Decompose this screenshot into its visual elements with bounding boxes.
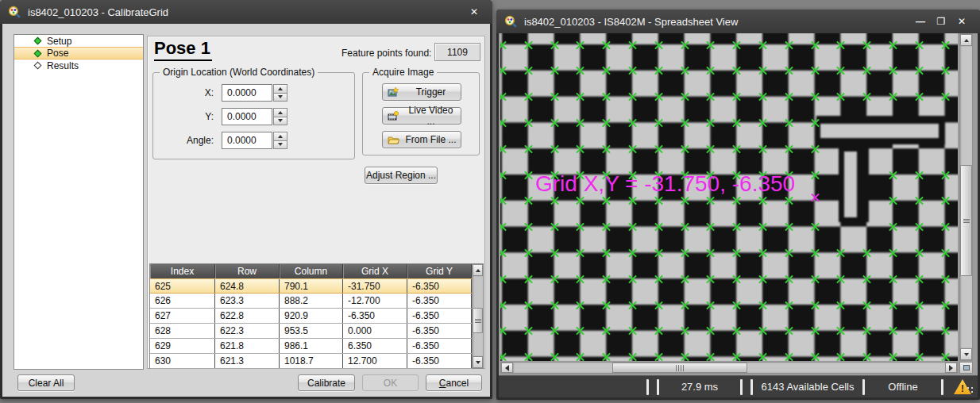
close-icon[interactable]: ✕ [951, 13, 972, 29]
selected-grid-point-marker [810, 192, 820, 202]
feature-points-value: 1109 [434, 43, 480, 61]
table-row[interactable]: 626623.3888.2-12.700-6.350 [150, 294, 472, 309]
trigger-button[interactable]: Trigger [382, 83, 461, 101]
grid-corner-marker [680, 248, 690, 258]
resize-grip[interactable] [966, 386, 976, 396]
image-horizontal-scrollbar[interactable] [500, 362, 958, 374]
grid-corner-marker [627, 222, 638, 232]
grid-corner-marker [500, 40, 507, 50]
column-header[interactable]: Grid Y [407, 264, 472, 278]
column-header[interactable]: Grid X [343, 264, 407, 278]
grid-corner-marker [627, 196, 638, 206]
x-spin-down-button[interactable] [273, 93, 287, 102]
table-cell: 12.700 [343, 354, 407, 368]
screen: is8402_010203 - CalibrateGrid ✕ Setup Po… [0, 0, 980, 403]
cancel-button[interactable]: Cancel [426, 374, 482, 391]
grid-corner-marker [810, 40, 820, 50]
grid-corner-marker [654, 196, 664, 206]
table-cell: 622.8 [215, 309, 280, 323]
live-video-button[interactable]: Live Video ... [382, 107, 461, 125]
spreadsheet-titlebar[interactable]: is8402_010203 - IS8402M - Spreadsheet Vi… [496, 10, 980, 33]
grid-corner-marker [784, 40, 794, 50]
acquire-image-group: Acquire Image Trigger [362, 72, 480, 155]
ok-button[interactable]: OK [362, 374, 419, 391]
grid-corner-marker [523, 92, 534, 102]
adjust-region-button[interactable]: Adjust Region ... [365, 167, 438, 184]
scroll-thumb[interactable] [473, 308, 483, 333]
grid-corner-marker [500, 66, 507, 76]
grid-corner-marker [731, 274, 742, 284]
table-row[interactable]: 629621.8986.16.350-6.350 [150, 339, 472, 354]
table-row[interactable]: 628622.3953.50.000-6.350 [150, 324, 472, 339]
table-row[interactable]: 625624.8790.1-31.750-6.350 [150, 278, 472, 294]
scroll-thumb[interactable] [960, 165, 972, 276]
scroll-track[interactable] [513, 363, 945, 373]
grid-corner-marker [654, 248, 664, 258]
button-label: From File ... [404, 134, 461, 145]
grid-corner-marker [575, 117, 585, 128]
angle-field-label: Angle: [153, 135, 222, 146]
calibrate-button[interactable]: Calibrate [298, 374, 355, 391]
view-options-button[interactable] [959, 362, 973, 374]
grid-corner-marker [731, 92, 742, 102]
grid-corner-marker [888, 196, 898, 206]
grid-corner-marker [627, 274, 638, 284]
fiducial-white-bar-vertical [844, 152, 857, 217]
grid-corner-marker [601, 222, 612, 232]
table-cell: 630 [150, 354, 215, 368]
grid-corner-marker [835, 40, 846, 50]
close-icon[interactable]: ✕ [464, 4, 484, 20]
y-spin-down-button[interactable] [273, 117, 287, 126]
grid-corner-marker [914, 66, 924, 76]
image-vertical-scrollbar[interactable] [959, 33, 973, 361]
grid-corner-marker [550, 92, 560, 102]
grid-corner-marker [914, 196, 924, 206]
grid-corner-marker [705, 144, 716, 154]
sidebar-item-setup[interactable]: Setup [14, 35, 143, 47]
scroll-right-icon[interactable] [945, 363, 957, 373]
x-field[interactable]: 0.0000 [222, 84, 272, 102]
available-cells-status: 6143 Available Cells [757, 381, 858, 393]
minimize-icon[interactable]: — [910, 13, 931, 29]
clear-all-button[interactable]: Clear All [17, 374, 75, 391]
scroll-up-icon[interactable] [960, 34, 972, 46]
scroll-track[interactable] [960, 46, 972, 348]
table-scrollbar[interactable] [472, 264, 483, 368]
pose-panel: Pose 1 Feature points found: 1109 Origin… [147, 36, 485, 369]
grid-corner-marker [601, 352, 612, 361]
status-separator [862, 379, 865, 395]
scroll-down-icon[interactable] [473, 356, 483, 368]
status-bar: 27.9 ms 6143 Available Cells Offline ! [499, 375, 978, 397]
camera-image-view[interactable]: Grid X,Y = -31.750, -6.350 [500, 33, 958, 361]
maximize-icon[interactable]: ❐ [931, 13, 951, 29]
scroll-down-icon[interactable] [960, 348, 972, 360]
scroll-thumb[interactable] [612, 363, 747, 373]
grid-corner-marker [862, 300, 872, 310]
angle-spin-down-button[interactable] [273, 140, 287, 150]
sidebar-item-pose[interactable]: Pose [14, 47, 143, 59]
y-field[interactable]: 0.0000 [222, 108, 272, 125]
grid-corner-marker [835, 326, 846, 336]
button-label: OK [384, 378, 397, 389]
grid-corner-marker [758, 66, 768, 76]
steps-listbox[interactable]: Setup Pose Results [14, 34, 144, 370]
table-cell: 628 [150, 324, 215, 338]
scroll-track[interactable] [473, 276, 483, 356]
grid-corner-marker [575, 300, 585, 310]
column-header[interactable]: Row [215, 264, 280, 278]
from-file-button[interactable]: From File ... [382, 131, 461, 148]
table-row[interactable]: 630621.31018.712.700-6.350 [150, 354, 472, 369]
sidebar-item-results[interactable]: Results [14, 59, 143, 71]
table-row[interactable]: 627622.8920.9-6.350-6.350 [150, 309, 472, 324]
calibrategrid-titlebar[interactable]: is8402_010203 - CalibrateGrid ✕ [0, 0, 492, 24]
column-header[interactable]: Column [280, 264, 343, 278]
status-separator [657, 379, 659, 395]
scroll-left-icon[interactable] [501, 363, 513, 373]
scroll-up-icon[interactable] [473, 264, 483, 276]
table-cell: 986.1 [280, 339, 343, 353]
column-header[interactable]: Index [150, 264, 215, 278]
grid-corner-marker [784, 300, 794, 310]
grid-corner-marker [914, 248, 924, 258]
angle-field[interactable]: 0.0000 [222, 132, 272, 149]
trigger-camera-icon [388, 86, 399, 98]
